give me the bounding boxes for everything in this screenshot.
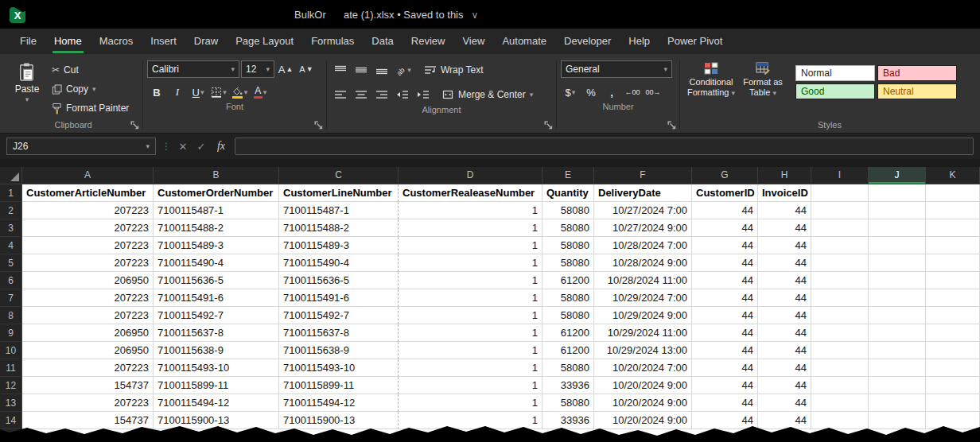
- cell-F3[interactable]: 10/27/2024 9:00: [594, 219, 692, 237]
- paste-button[interactable]: Paste ▾: [8, 60, 46, 103]
- cell-G12[interactable]: 44: [692, 377, 758, 394]
- cell-D11[interactable]: 1: [399, 359, 542, 377]
- cell-J8[interactable]: [869, 307, 926, 324]
- cell-D3[interactable]: 1: [399, 219, 542, 237]
- cell-I10[interactable]: [811, 342, 869, 359]
- tab-developer[interactable]: Developer: [555, 29, 620, 54]
- cell-J12[interactable]: [869, 377, 926, 394]
- cell-B3[interactable]: 7100115488-2: [154, 219, 279, 237]
- row-header-7[interactable]: 7: [0, 289, 22, 307]
- cell-H11[interactable]: 44: [758, 359, 811, 377]
- cell-I6[interactable]: [811, 272, 869, 289]
- cell-F1[interactable]: DeliveryDate: [594, 184, 692, 202]
- row-header-3[interactable]: 3: [0, 219, 22, 237]
- cell-A1[interactable]: CustomerArticleNumber: [22, 184, 154, 202]
- cell-H4[interactable]: 44: [758, 237, 811, 254]
- decrease-decimal-button[interactable]: 00→: [644, 83, 663, 101]
- cell-B13[interactable]: 7100115494-12: [154, 394, 279, 412]
- cell-C6[interactable]: 7100115636-5: [279, 272, 399, 289]
- cell-I2[interactable]: [811, 202, 869, 219]
- align-left-button[interactable]: [331, 86, 350, 103]
- italic-button[interactable]: I: [168, 83, 187, 101]
- wrap-text-button[interactable]: Wrap Text: [420, 60, 488, 79]
- fill-color-button[interactable]: ▾: [230, 83, 249, 101]
- merge-center-button[interactable]: Merge & Center ▾: [438, 85, 537, 104]
- cell-H9[interactable]: 44: [758, 324, 811, 342]
- cell-H12[interactable]: 44: [758, 377, 811, 394]
- cell-D1[interactable]: CustomerRealeaseNumber: [399, 184, 542, 202]
- alignment-dialog-launcher[interactable]: [544, 121, 554, 130]
- cell-K5[interactable]: [926, 254, 980, 272]
- tab-page-layout[interactable]: Page Layout: [227, 29, 302, 54]
- column-header-A[interactable]: A: [22, 167, 154, 184]
- column-header-G[interactable]: G: [692, 167, 758, 184]
- align-right-button[interactable]: [372, 86, 391, 103]
- font-color-button[interactable]: A ▾: [251, 83, 270, 101]
- cell-D8[interactable]: 1: [399, 307, 542, 324]
- cell-F5[interactable]: 10/28/2024 9:00: [594, 254, 692, 272]
- tab-insert[interactable]: Insert: [142, 29, 185, 54]
- cell-C2[interactable]: 7100115487-1: [279, 202, 399, 219]
- cancel-icon[interactable]: ✕: [177, 141, 189, 153]
- row-header-14[interactable]: 14: [0, 412, 22, 429]
- cell-H13[interactable]: 44: [758, 394, 811, 412]
- column-header-C[interactable]: C: [279, 167, 399, 184]
- cell-D9[interactable]: 1: [399, 324, 542, 342]
- format-painter-button[interactable]: Format Painter: [48, 99, 133, 118]
- row-header-1[interactable]: 1: [0, 184, 22, 202]
- cell-J11[interactable]: [869, 359, 926, 377]
- tab-home[interactable]: Home: [45, 29, 91, 54]
- cell-J2[interactable]: [869, 202, 926, 219]
- bold-button[interactable]: B: [147, 83, 166, 101]
- row-header-5[interactable]: 5: [0, 254, 22, 272]
- row-header-8[interactable]: 8: [0, 307, 22, 324]
- font-dialog-launcher[interactable]: [314, 121, 324, 130]
- cell-D2[interactable]: 1: [399, 202, 542, 219]
- cell-B2[interactable]: 7100115487-1: [154, 202, 279, 219]
- cell-J4[interactable]: [869, 237, 926, 254]
- tab-macros[interactable]: Macros: [91, 29, 142, 54]
- cell-K13[interactable]: [926, 394, 980, 412]
- cell-K2[interactable]: [926, 202, 980, 219]
- row-header-13[interactable]: 13: [0, 394, 22, 412]
- cell-H1[interactable]: InvoiceID: [758, 184, 811, 202]
- cell-I11[interactable]: [811, 359, 869, 377]
- cell-E2[interactable]: 58080: [542, 202, 594, 219]
- cell-F11[interactable]: 10/20/2024 7:00: [594, 359, 692, 377]
- cell-E12[interactable]: 33936: [542, 377, 594, 394]
- cell-G8[interactable]: 44: [692, 307, 758, 324]
- cell-G5[interactable]: 44: [692, 254, 758, 272]
- cell-I8[interactable]: [811, 307, 869, 324]
- column-header-F[interactable]: F: [594, 167, 692, 184]
- cell-B9[interactable]: 7100115637-8: [154, 324, 279, 342]
- cell-E11[interactable]: 58080: [542, 359, 594, 377]
- conditional-formatting-button[interactable]: Conditional Formatting ▾: [684, 60, 738, 98]
- cell-F13[interactable]: 10/20/2024 9:00: [594, 394, 692, 412]
- cell-I12[interactable]: [811, 377, 869, 394]
- cell-D13[interactable]: 1: [399, 394, 542, 412]
- cell-G11[interactable]: 44: [692, 359, 758, 377]
- increase-decimal-button[interactable]: ←00: [623, 83, 642, 101]
- cell-D5[interactable]: 1: [399, 254, 542, 272]
- cell-D6[interactable]: 1: [399, 272, 542, 289]
- cell-I4[interactable]: [811, 237, 869, 254]
- tab-help[interactable]: Help: [620, 29, 659, 54]
- align-bottom-button[interactable]: [372, 61, 391, 79]
- cell-C11[interactable]: 7100115493-10: [279, 359, 399, 377]
- cell-F8[interactable]: 10/29/2024 9:00: [594, 307, 692, 324]
- cell-J6[interactable]: [869, 272, 926, 289]
- number-dialog-launcher[interactable]: [667, 121, 677, 130]
- format-as-table-button[interactable]: Format as Table ▾: [738, 60, 788, 98]
- cell-J1[interactable]: [869, 184, 926, 202]
- cell-C14[interactable]: 7100115900-13: [279, 412, 399, 429]
- accounting-format-button[interactable]: $ ▾: [561, 83, 580, 101]
- cell-G2[interactable]: 44: [692, 202, 758, 219]
- tab-power-pivot[interactable]: Power Pivot: [659, 29, 731, 54]
- cell-J7[interactable]: [869, 289, 926, 307]
- cell-G10[interactable]: 44: [692, 342, 758, 359]
- cell-J10[interactable]: [869, 342, 926, 359]
- cell-D12[interactable]: 1: [399, 377, 542, 394]
- cell-A13[interactable]: 207223: [22, 394, 154, 412]
- column-header-K[interactable]: K: [926, 167, 980, 184]
- column-header-J[interactable]: J: [869, 167, 926, 184]
